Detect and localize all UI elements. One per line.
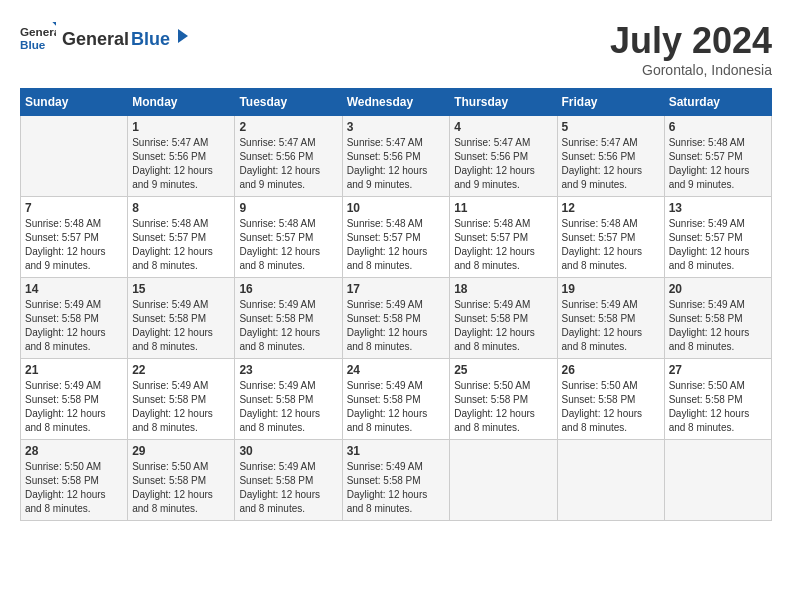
- day-number: 2: [239, 120, 337, 134]
- day-number: 30: [239, 444, 337, 458]
- calendar-cell: [450, 440, 557, 521]
- calendar-cell: 3Sunrise: 5:47 AMSunset: 5:56 PMDaylight…: [342, 116, 450, 197]
- calendar-cell: 12Sunrise: 5:48 AMSunset: 5:57 PMDayligh…: [557, 197, 664, 278]
- calendar-cell: 20Sunrise: 5:49 AMSunset: 5:58 PMDayligh…: [664, 278, 771, 359]
- day-info: Sunrise: 5:48 AMSunset: 5:57 PMDaylight:…: [132, 217, 230, 273]
- day-number: 7: [25, 201, 123, 215]
- day-info: Sunrise: 5:47 AMSunset: 5:56 PMDaylight:…: [239, 136, 337, 192]
- day-info: Sunrise: 5:49 AMSunset: 5:58 PMDaylight:…: [132, 379, 230, 435]
- day-number: 10: [347, 201, 446, 215]
- calendar-cell: 24Sunrise: 5:49 AMSunset: 5:58 PMDayligh…: [342, 359, 450, 440]
- day-number: 26: [562, 363, 660, 377]
- calendar-cell: 1Sunrise: 5:47 AMSunset: 5:56 PMDaylight…: [128, 116, 235, 197]
- svg-marker-3: [178, 29, 188, 43]
- svg-text:Blue: Blue: [20, 38, 46, 51]
- page-header: General Blue General Blue July 2024 Goro…: [20, 20, 772, 78]
- calendar-week-row: 21Sunrise: 5:49 AMSunset: 5:58 PMDayligh…: [21, 359, 772, 440]
- svg-text:General: General: [20, 25, 56, 38]
- logo-arrow-icon: [172, 27, 190, 45]
- day-number: 14: [25, 282, 123, 296]
- day-number: 8: [132, 201, 230, 215]
- day-info: Sunrise: 5:47 AMSunset: 5:56 PMDaylight:…: [562, 136, 660, 192]
- calendar-cell: 17Sunrise: 5:49 AMSunset: 5:58 PMDayligh…: [342, 278, 450, 359]
- calendar-table: SundayMondayTuesdayWednesdayThursdayFrid…: [20, 88, 772, 521]
- calendar-cell: 13Sunrise: 5:49 AMSunset: 5:57 PMDayligh…: [664, 197, 771, 278]
- day-info: Sunrise: 5:50 AMSunset: 5:58 PMDaylight:…: [454, 379, 552, 435]
- calendar-cell: 2Sunrise: 5:47 AMSunset: 5:56 PMDaylight…: [235, 116, 342, 197]
- logo-blue-text: Blue: [131, 29, 170, 50]
- day-number: 16: [239, 282, 337, 296]
- calendar-cell: 27Sunrise: 5:50 AMSunset: 5:58 PMDayligh…: [664, 359, 771, 440]
- calendar-cell: 11Sunrise: 5:48 AMSunset: 5:57 PMDayligh…: [450, 197, 557, 278]
- header-monday: Monday: [128, 89, 235, 116]
- calendar-cell: 30Sunrise: 5:49 AMSunset: 5:58 PMDayligh…: [235, 440, 342, 521]
- day-number: 19: [562, 282, 660, 296]
- day-number: 15: [132, 282, 230, 296]
- day-number: 20: [669, 282, 767, 296]
- header-sunday: Sunday: [21, 89, 128, 116]
- calendar-cell: 28Sunrise: 5:50 AMSunset: 5:58 PMDayligh…: [21, 440, 128, 521]
- day-number: 17: [347, 282, 446, 296]
- calendar-cell: 23Sunrise: 5:49 AMSunset: 5:58 PMDayligh…: [235, 359, 342, 440]
- calendar-cell: 8Sunrise: 5:48 AMSunset: 5:57 PMDaylight…: [128, 197, 235, 278]
- day-info: Sunrise: 5:48 AMSunset: 5:57 PMDaylight:…: [239, 217, 337, 273]
- calendar-cell: 15Sunrise: 5:49 AMSunset: 5:58 PMDayligh…: [128, 278, 235, 359]
- day-number: 12: [562, 201, 660, 215]
- calendar-cell: 7Sunrise: 5:48 AMSunset: 5:57 PMDaylight…: [21, 197, 128, 278]
- day-number: 18: [454, 282, 552, 296]
- calendar-cell: 10Sunrise: 5:48 AMSunset: 5:57 PMDayligh…: [342, 197, 450, 278]
- calendar-cell: [21, 116, 128, 197]
- calendar-cell: 26Sunrise: 5:50 AMSunset: 5:58 PMDayligh…: [557, 359, 664, 440]
- calendar-cell: [664, 440, 771, 521]
- day-info: Sunrise: 5:49 AMSunset: 5:58 PMDaylight:…: [132, 298, 230, 354]
- month-title: July 2024: [610, 20, 772, 62]
- calendar-cell: 19Sunrise: 5:49 AMSunset: 5:58 PMDayligh…: [557, 278, 664, 359]
- calendar-cell: 14Sunrise: 5:49 AMSunset: 5:58 PMDayligh…: [21, 278, 128, 359]
- day-info: Sunrise: 5:50 AMSunset: 5:58 PMDaylight:…: [25, 460, 123, 516]
- calendar-cell: 29Sunrise: 5:50 AMSunset: 5:58 PMDayligh…: [128, 440, 235, 521]
- logo-icon: General Blue: [20, 20, 56, 56]
- day-number: 3: [347, 120, 446, 134]
- logo-general-text: General: [62, 29, 129, 50]
- calendar-cell: 18Sunrise: 5:49 AMSunset: 5:58 PMDayligh…: [450, 278, 557, 359]
- day-number: 27: [669, 363, 767, 377]
- day-info: Sunrise: 5:49 AMSunset: 5:57 PMDaylight:…: [669, 217, 767, 273]
- day-info: Sunrise: 5:49 AMSunset: 5:58 PMDaylight:…: [562, 298, 660, 354]
- day-number: 5: [562, 120, 660, 134]
- calendar-cell: 4Sunrise: 5:47 AMSunset: 5:56 PMDaylight…: [450, 116, 557, 197]
- header-friday: Friday: [557, 89, 664, 116]
- calendar-cell: 16Sunrise: 5:49 AMSunset: 5:58 PMDayligh…: [235, 278, 342, 359]
- day-number: 28: [25, 444, 123, 458]
- title-block: July 2024 Gorontalo, Indonesia: [610, 20, 772, 78]
- day-info: Sunrise: 5:49 AMSunset: 5:58 PMDaylight:…: [347, 460, 446, 516]
- day-info: Sunrise: 5:49 AMSunset: 5:58 PMDaylight:…: [239, 298, 337, 354]
- day-info: Sunrise: 5:49 AMSunset: 5:58 PMDaylight:…: [347, 379, 446, 435]
- day-number: 6: [669, 120, 767, 134]
- day-number: 4: [454, 120, 552, 134]
- day-number: 31: [347, 444, 446, 458]
- day-info: Sunrise: 5:49 AMSunset: 5:58 PMDaylight:…: [669, 298, 767, 354]
- header-thursday: Thursday: [450, 89, 557, 116]
- calendar-cell: 31Sunrise: 5:49 AMSunset: 5:58 PMDayligh…: [342, 440, 450, 521]
- header-tuesday: Tuesday: [235, 89, 342, 116]
- header-wednesday: Wednesday: [342, 89, 450, 116]
- day-info: Sunrise: 5:48 AMSunset: 5:57 PMDaylight:…: [347, 217, 446, 273]
- day-info: Sunrise: 5:49 AMSunset: 5:58 PMDaylight:…: [239, 460, 337, 516]
- calendar-cell: 25Sunrise: 5:50 AMSunset: 5:58 PMDayligh…: [450, 359, 557, 440]
- day-number: 13: [669, 201, 767, 215]
- day-info: Sunrise: 5:48 AMSunset: 5:57 PMDaylight:…: [25, 217, 123, 273]
- location-text: Gorontalo, Indonesia: [610, 62, 772, 78]
- day-info: Sunrise: 5:48 AMSunset: 5:57 PMDaylight:…: [562, 217, 660, 273]
- day-number: 21: [25, 363, 123, 377]
- header-saturday: Saturday: [664, 89, 771, 116]
- day-number: 22: [132, 363, 230, 377]
- day-number: 29: [132, 444, 230, 458]
- calendar-cell: [557, 440, 664, 521]
- calendar-week-row: 7Sunrise: 5:48 AMSunset: 5:57 PMDaylight…: [21, 197, 772, 278]
- day-info: Sunrise: 5:47 AMSunset: 5:56 PMDaylight:…: [454, 136, 552, 192]
- day-info: Sunrise: 5:49 AMSunset: 5:58 PMDaylight:…: [347, 298, 446, 354]
- day-info: Sunrise: 5:50 AMSunset: 5:58 PMDaylight:…: [669, 379, 767, 435]
- day-number: 11: [454, 201, 552, 215]
- day-info: Sunrise: 5:47 AMSunset: 5:56 PMDaylight:…: [347, 136, 446, 192]
- calendar-cell: 21Sunrise: 5:49 AMSunset: 5:58 PMDayligh…: [21, 359, 128, 440]
